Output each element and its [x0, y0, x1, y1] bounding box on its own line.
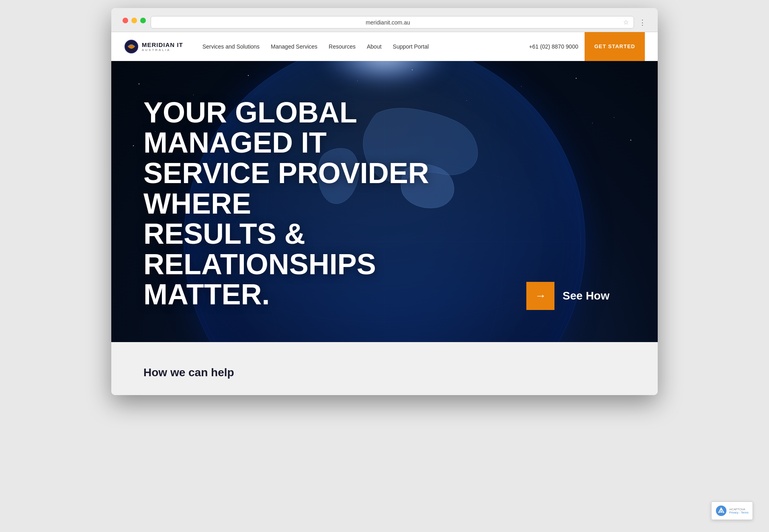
hero-content: YOUR GLOBAL MANAGED IT SERVICE PROVIDER …: [143, 98, 465, 310]
hero-line4: MATTER.: [143, 278, 270, 310]
logo-name: meridian IT: [142, 41, 183, 48]
hero-line3: RESULTS & RELATIONSHIPS: [143, 218, 376, 280]
traffic-light-yellow[interactable]: [131, 18, 137, 23]
nav-item-about[interactable]: About: [367, 43, 382, 50]
see-how-label: See How: [562, 289, 609, 302]
see-how-button[interactable]: →: [526, 282, 554, 310]
nav-item-resources[interactable]: Resources: [329, 43, 356, 50]
recaptcha-links[interactable]: Privacy - Terms: [729, 511, 749, 514]
logo-sub: AUSTRALIA: [142, 48, 183, 52]
svg-point-10: [720, 511, 722, 512]
browser-menu-icon[interactable]: ⋮: [639, 18, 646, 27]
hero-headline: YOUR GLOBAL MANAGED IT SERVICE PROVIDER …: [143, 98, 465, 310]
recaptcha-text: reCAPTCHA: [729, 508, 749, 512]
logo-text: meridian IT AUSTRALIA: [142, 41, 183, 52]
logo-icon: [124, 39, 139, 54]
url-text: meridianit.com.au: [156, 19, 620, 26]
nav-links: Services and Solutions Managed Services …: [202, 43, 529, 50]
get-started-button[interactable]: GET STARTED: [585, 32, 645, 61]
how-we-help-title: How we can help: [143, 366, 626, 379]
recaptcha-badge: reCAPTCHA Privacy - Terms: [711, 501, 753, 520]
below-hero-section: How we can help: [111, 342, 658, 395]
see-how-area[interactable]: → See How: [526, 282, 609, 310]
address-bar[interactable]: meridianit.com.au ☆: [151, 16, 634, 29]
traffic-light-red[interactable]: [123, 18, 128, 23]
nav-item-services-solutions[interactable]: Services and Solutions: [202, 43, 260, 50]
nav-item-support-portal[interactable]: Support Portal: [393, 43, 429, 50]
browser-window: meridianit.com.au ☆ ⋮ meridian IT AUSTRA…: [111, 8, 658, 395]
recaptcha-logo-icon: [716, 505, 727, 516]
traffic-lights: [123, 18, 146, 23]
logo[interactable]: meridian IT AUSTRALIA: [124, 39, 183, 54]
browser-chrome: meridianit.com.au ☆ ⋮: [111, 8, 658, 32]
hero-line1: YOUR GLOBAL MANAGED IT: [143, 96, 357, 159]
bookmark-icon[interactable]: ☆: [623, 18, 629, 26]
navbar: meridian IT AUSTRALIA Services and Solut…: [111, 32, 658, 61]
see-how-arrow-icon: →: [535, 289, 546, 302]
nav-phone: +61 (02) 8870 9000: [529, 43, 579, 50]
website-content: meridian IT AUSTRALIA Services and Solut…: [111, 32, 658, 395]
traffic-light-green[interactable]: [140, 18, 146, 23]
hero-line2: SERVICE PROVIDER WHERE: [143, 157, 429, 220]
hero-section: YOUR GLOBAL MANAGED IT SERVICE PROVIDER …: [111, 61, 658, 342]
nav-item-managed-services[interactable]: Managed Services: [271, 43, 317, 50]
